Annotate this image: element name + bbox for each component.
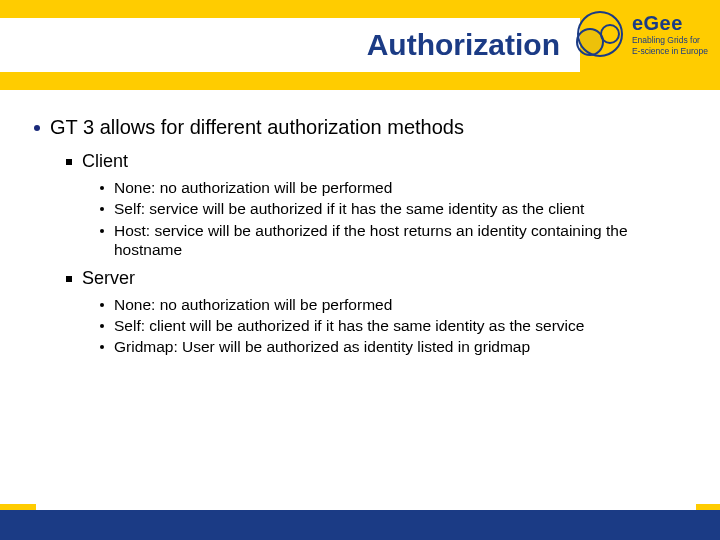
egee-logo: eGee Enabling Grids for E-science in Eur… — [576, 10, 708, 58]
server-item-0: None: no authorization will be performed — [114, 295, 392, 314]
bullet-square-icon — [66, 159, 72, 165]
bullet-small-dot-icon — [100, 186, 104, 190]
slide-header: Authorization eGee Enabling Grids for E-… — [0, 0, 720, 90]
list-item: None: no authorization will be performed — [100, 178, 686, 197]
bullet-dot-icon — [34, 125, 40, 131]
server-item-1: Self: client will be authorized if it ha… — [114, 316, 584, 335]
bullet-small-dot-icon — [100, 229, 104, 233]
l1-text: GT 3 allows for different authorization … — [50, 116, 464, 139]
client-item-1: Self: service will be authorized if it h… — [114, 199, 584, 218]
slide-content: GT 3 allows for different authorization … — [0, 90, 720, 357]
list-item: Self: service will be authorized if it h… — [100, 199, 686, 218]
bullet-small-dot-icon — [100, 207, 104, 211]
logo-tagline-2: E-science in Europe — [632, 46, 708, 56]
list-item: None: no authorization will be performed — [100, 295, 686, 314]
server-heading: Server — [82, 268, 135, 289]
bullet-square-icon — [66, 276, 72, 282]
logo-mark-icon — [576, 10, 624, 58]
logo-abbr: eGee — [632, 12, 708, 35]
slide-footer — [0, 510, 720, 540]
logo-text: eGee Enabling Grids for E-science in Eur… — [632, 12, 708, 55]
list-item: Host: service will be authorized if the … — [100, 221, 686, 260]
bullet-small-dot-icon — [100, 303, 104, 307]
list-item: Gridmap: User will be authorized as iden… — [100, 337, 686, 356]
bullet-small-dot-icon — [100, 324, 104, 328]
bullet-level2-server: Server — [66, 268, 686, 289]
logo-tagline-1: Enabling Grids for — [632, 35, 708, 45]
page-title: Authorization — [367, 28, 560, 62]
bullet-small-dot-icon — [100, 345, 104, 349]
client-heading: Client — [82, 151, 128, 172]
client-item-2: Host: service will be authorized if the … — [114, 221, 674, 260]
bullet-level2-client: Client — [66, 151, 686, 172]
client-item-0: None: no authorization will be performed — [114, 178, 392, 197]
title-bar: Authorization — [0, 18, 580, 72]
list-item: Self: client will be authorized if it ha… — [100, 316, 686, 335]
server-item-2: Gridmap: User will be authorized as iden… — [114, 337, 530, 356]
bullet-level1: GT 3 allows for different authorization … — [34, 116, 686, 139]
